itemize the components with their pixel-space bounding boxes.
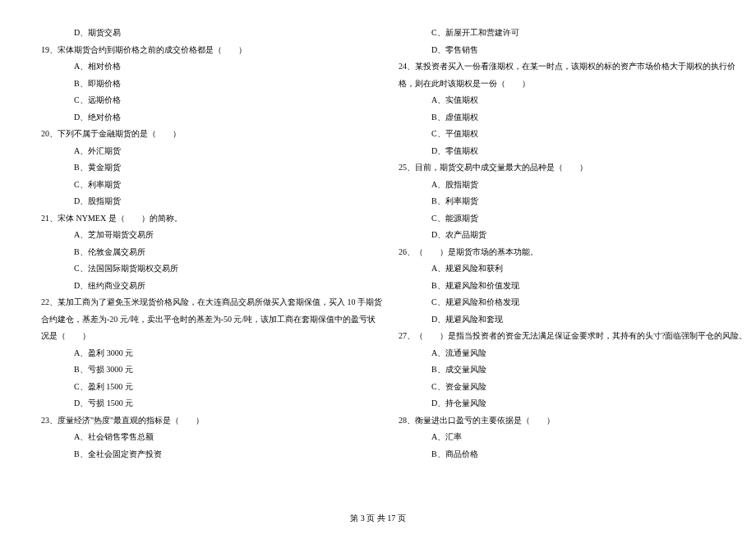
question-22-line1: 22、某加工商为了避免玉米现货价格风险，在大连商品交易所做买入套期保值，买入 1… xyxy=(41,294,382,311)
option-text: B、成交量风险 xyxy=(399,361,747,379)
option-text: D、纽约商业交易所 xyxy=(41,278,382,295)
option-text: C、新屋开工和营建许可 xyxy=(399,25,747,42)
question-28: 28、衡量进出口盈亏的主要依据是（ ） xyxy=(399,412,747,430)
option-text: C、规避风险和价格发现 xyxy=(399,294,747,311)
option-text: A、汇率 xyxy=(399,429,747,446)
question-22-line3: 况是（ ） xyxy=(41,328,382,345)
option-text: D、零售销售 xyxy=(399,42,747,59)
option-text: A、外汇期货 xyxy=(41,143,382,160)
option-text: B、商品价格 xyxy=(399,446,747,463)
option-text: B、利率期货 xyxy=(399,193,747,210)
question-26: 26、（ ）是期货市场的基本功能。 xyxy=(399,244,747,261)
question-19: 19、宋体期货合约到期价格之前的成交价格都是（ ） xyxy=(41,42,382,59)
option-text: D、农产品期货 xyxy=(399,227,747,244)
question-20: 20、下列不属于金融期货的是（ ） xyxy=(41,126,382,143)
right-column: C、新屋开工和营建许可 D、零售销售 24、某投资者买入一份看涨期权，在某一时点… xyxy=(399,25,747,501)
option-text: C、远期价格 xyxy=(41,92,382,109)
option-text: B、全社会固定资产投资 xyxy=(41,446,382,463)
option-text: C、能源期货 xyxy=(399,210,747,228)
left-column: D、期货交易 19、宋体期货合约到期价格之前的成交价格都是（ ） A、相对价格 … xyxy=(41,25,382,501)
option-text: A、规避风险和获利 xyxy=(399,260,747,278)
option-text: A、流通量风险 xyxy=(399,345,747,362)
option-text: A、股指期货 xyxy=(399,177,747,194)
option-text: B、即期价格 xyxy=(41,76,382,93)
two-column-layout: D、期货交易 19、宋体期货合约到期价格之前的成交价格都是（ ） A、相对价格 … xyxy=(41,25,715,501)
option-text: A、相对价格 xyxy=(41,58,382,76)
option-text: A、芝加哥期货交易所 xyxy=(41,227,382,244)
option-text: D、绝对价格 xyxy=(41,109,382,127)
option-text: A、社会销售零售总额 xyxy=(41,429,382,446)
option-text: D、期货交易 xyxy=(41,25,382,42)
option-text: B、黄金期货 xyxy=(41,159,382,177)
question-25: 25、目前，期货交易中成交量最大的品种是（ ） xyxy=(399,159,747,177)
option-text: D、零值期权 xyxy=(399,143,747,160)
question-27: 27、（ ）是指当投资者的资金无法满足保证金要求时，其持有的头寸?面临强制平仓的… xyxy=(399,328,747,345)
option-text: C、法国国际期货期权交易所 xyxy=(41,260,382,278)
option-text: A、盈利 3000 元 xyxy=(41,345,382,362)
option-text: C、平值期权 xyxy=(399,126,747,143)
option-text: D、股指期货 xyxy=(41,193,382,210)
question-24-line1: 24、某投资者买入一份看涨期权，在某一时点，该期权的标的资产市场价格大于期权的执… xyxy=(399,58,747,76)
option-text: D、持仓量风险 xyxy=(399,395,747,412)
option-text: B、规避风险和价值发现 xyxy=(399,278,747,295)
option-text: C、资金量风险 xyxy=(399,379,747,396)
option-text: B、伦敦金属交易所 xyxy=(41,244,382,261)
option-text: A、实值期权 xyxy=(399,92,747,109)
option-text: C、利率期货 xyxy=(41,177,382,194)
option-text: B、虚值期权 xyxy=(399,109,747,127)
page-footer: 第 3 页 共 17 页 xyxy=(0,513,756,524)
question-23: 23、度量经济"热度"最直观的指标是（ ） xyxy=(41,412,382,430)
option-text: C、盈利 1500 元 xyxy=(41,379,382,396)
option-text: D、规避风险和套现 xyxy=(399,311,747,329)
option-text: B、亏损 3000 元 xyxy=(41,361,382,379)
question-22-line2: 合约建仓，基差为-20 元/吨，卖出平仓时的基差为-50 元/吨，该加工商在套期… xyxy=(41,311,382,329)
question-21: 21、宋体 NYMEX 是（ ）的简称。 xyxy=(41,210,382,228)
option-text: D、亏损 1500 元 xyxy=(41,395,382,412)
question-24-line2: 格，则在此时该期权是一份（ ） xyxy=(399,76,747,93)
